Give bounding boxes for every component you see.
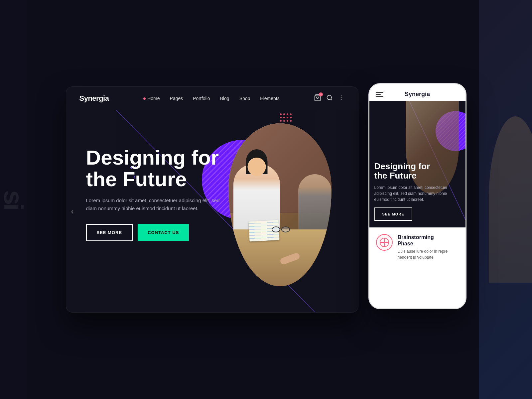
hero-title: Designing for the Future [86,147,226,190]
mobile-hero-description: Lorem ipsum dolor sit amet, consectetuer… [374,185,461,202]
hero-image-area [212,123,332,296]
mobile-see-more-button[interactable]: SEE MORE [374,207,412,221]
nav-item-pages[interactable]: Pages [170,96,183,101]
nav-item-blog[interactable]: Blog [220,96,229,101]
mobile-bottom-card: Brainstorming Phase Duis ause iure dolor… [369,227,466,267]
mobile-logo: Synergia [405,91,430,98]
nav-item-elements[interactable]: Elements [260,96,279,101]
hero-buttons: SEE MORE CONTACT US [86,224,226,241]
main-container: Synergia Home Pages Portfolio Blog Shop … [66,83,466,316]
mobile-navbar: Synergia [369,84,466,101]
bg-blur-left: si [0,0,27,399]
mobile-menu-button[interactable] [376,92,383,97]
glasses [272,226,290,232]
bg-text-blur: si [0,190,27,209]
search-icon[interactable] [326,94,333,103]
basketball-icon-shape [380,238,389,247]
card-title: Brainstorming Phase [398,234,459,247]
bg-blur-right [479,0,532,399]
mobile-hero-title: Designing for the Future [374,162,461,181]
glass-left [272,226,280,232]
bg-person-silhouette [489,116,532,283]
mobile-hero: Designing for the Future Lorem ipsum dol… [369,101,466,227]
mobile-hero-content: Designing for the Future Lorem ipsum dol… [374,162,461,221]
nav-active-dot [143,97,146,100]
person1-face [248,158,266,176]
svg-point-5 [341,99,342,100]
svg-point-1 [327,95,332,99]
brainstorm-text: Brainstorming Phase Duis ause iure dolor… [398,234,459,260]
desktop-logo: Synergia [79,94,109,103]
svg-point-4 [341,97,342,98]
person2-body [298,174,332,237]
see-more-button[interactable]: SEE MORE [86,224,133,241]
cart-badge: • [319,92,323,96]
nav-item-portfolio[interactable]: Portfolio [193,96,210,101]
contact-us-button[interactable]: CONTACT US [138,224,189,241]
mobile-mockup: Synergia Designing for the Future [368,83,466,309]
table-surface [228,229,332,287]
carousel-prev-arrow[interactable]: ‹ [71,207,74,216]
desktop-nav: Home Pages Portfolio Blog Shop Elements [143,96,280,101]
desktop-navbar: Synergia Home Pages Portfolio Blog Shop … [66,87,358,110]
nav-item-home[interactable]: Home [143,96,160,101]
hero-photo [228,123,332,286]
desktop-hero: ‹ ‹ ‹ ‹ ‹ ‹ ‹ Designing for the Future [66,110,358,313]
people-scene [228,123,332,286]
hero-description: Lorem ipsum dolor sit amet, consectetuer… [86,197,226,212]
bg-person-blur [479,0,532,399]
menu-bar-3 [376,96,383,97]
nav-item-shop[interactable]: Shop [239,96,250,101]
desktop-mockup: Synergia Home Pages Portfolio Blog Shop … [66,86,358,313]
menu-bar-2 [376,94,381,95]
svg-point-3 [341,95,342,96]
glass-right [281,226,290,232]
cart-icon[interactable]: • [314,94,321,103]
hero-content: Designing for the Future Lorem ipsum dol… [86,147,226,241]
brainstorm-icon [376,234,393,251]
desktop-nav-icons: • [314,94,344,103]
menu-bar-1 [376,92,383,93]
pink-dots-decoration [280,113,292,122]
more-icon[interactable] [338,94,344,103]
svg-line-2 [331,99,332,100]
card-description: Duis ause iure dolor in repre henderit i… [398,248,459,260]
